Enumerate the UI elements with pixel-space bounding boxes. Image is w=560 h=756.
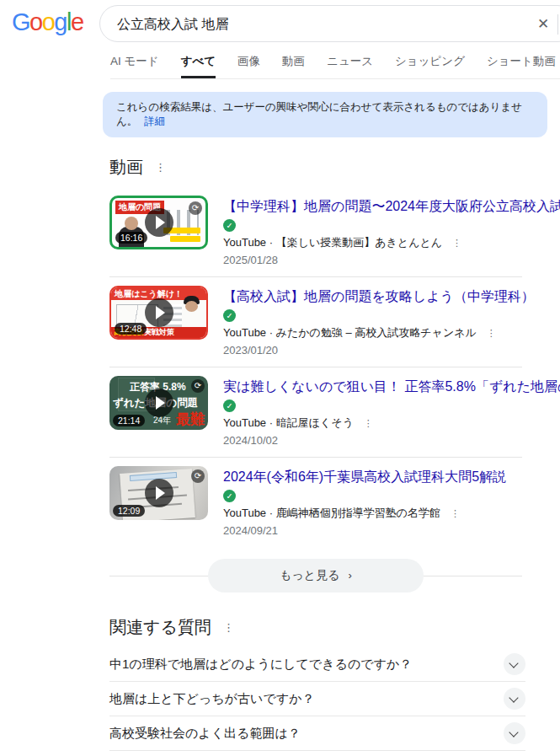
- more-options-icon[interactable]: ⋮: [223, 622, 234, 633]
- related-question[interactable]: 中学校の理科でつまずきやすい単元は？: [109, 751, 525, 756]
- video-results-list: 地層の問題 ⟳ 16:16 【中学理科】地層の問題〜2024年度大阪府公立高校入…: [109, 187, 522, 547]
- thumbnail-caption-bar: [170, 236, 200, 242]
- play-icon: [145, 208, 173, 237]
- thumbnail-presenter-head: [125, 217, 138, 230]
- expand-question-button[interactable]: [504, 688, 525, 710]
- tab-videos[interactable]: 動画: [282, 49, 305, 78]
- video-thumbnail[interactable]: 地層の問題 ⟳ 16:16: [109, 196, 208, 249]
- video-duration-badge: 12:48: [115, 323, 147, 335]
- preview-loop-icon: ⟳: [191, 469, 205, 483]
- video-source[interactable]: YouTube · 【楽しい授業動画】あきとんとん: [223, 235, 442, 250]
- video-duration-badge: 12:09: [113, 505, 145, 517]
- video-date: 2024/10/02: [223, 434, 560, 447]
- verified-check-icon: ✓: [223, 399, 236, 412]
- clear-search-button[interactable]: ✕: [533, 14, 553, 35]
- personalization-notice-banner: これらの検索結果は、ユーザーの興味や関心に合わせて表示されるものではありません。…: [103, 92, 547, 137]
- thumbnail-caption: 最難: [176, 410, 205, 429]
- more-options-icon[interactable]: ⋮: [452, 239, 461, 248]
- thumbnail-caption-part: 実戦対策: [144, 328, 174, 336]
- question-text: 高校受験社会のよく出る範囲は？: [109, 726, 301, 742]
- video-source[interactable]: YouTube · みたかの勉強 – 高校入試攻略チャンネル: [223, 325, 477, 340]
- more-options-icon[interactable]: ⋮: [487, 329, 496, 338]
- more-videos-row: もっと見る›: [109, 559, 522, 594]
- search-header: Google 公立高校入試 地層 ✕: [0, 0, 560, 47]
- video-thumbnail[interactable]: 地層はこう解け！ 高校受験実戦対策 12:48: [109, 286, 208, 340]
- more-videos-label: もっと見る: [280, 568, 339, 582]
- video-title-link[interactable]: 【中学理科】地層の問題〜2024年度大阪府公立高校入試 ...: [223, 197, 560, 215]
- result-type-tabs: AI モード すべて 画像 動画 ニュース ショッピング ショート動画 もっと見…: [110, 49, 560, 79]
- question-text: 中1の理科で地層はどのようにしてできるのですか？: [109, 657, 412, 673]
- logo-letter: g: [54, 8, 67, 36]
- video-title-link[interactable]: 実は難しくないので狙い目！ 正答率5.8%「ずれた地層の問題 ...: [223, 378, 560, 395]
- video-result: 地層はこう解け！ 高校受験実戦対策 12:48 【高校入試】地層の問題を攻略しよ…: [109, 277, 522, 367]
- video-result: ⟳ 12:09 2024年(令和6年)千葉県高校入試理科大問5解説 ✓ YouT…: [109, 458, 522, 547]
- related-questions-list: 中1の理科で地層はどのようにしてできるのですか？ 地層は上と下どっちが古いですか…: [109, 647, 525, 756]
- preview-loop-icon: ⟳: [191, 379, 205, 393]
- video-source[interactable]: YouTube · 暗記屋ほくそう: [223, 416, 354, 431]
- logo-letter: G: [12, 8, 29, 36]
- video-thumbnail[interactable]: 正答率 5.8% ずれた地層の問題 24年 最難 ⟳ 21:14: [109, 376, 208, 430]
- logo-letter: e: [71, 8, 83, 36]
- expand-question-button[interactable]: [504, 653, 525, 675]
- video-thumbnail[interactable]: ⟳ 12:09: [109, 466, 208, 520]
- videos-section-title: 動画: [109, 156, 143, 179]
- logo-letter: o: [29, 8, 42, 36]
- tab-short-videos[interactable]: ショート動画: [487, 49, 556, 78]
- notice-text: これらの検索結果は、ユーザーの興味や関心に合わせて表示されるものではありません。: [116, 101, 522, 127]
- video-duration-badge: 16:16: [115, 232, 147, 244]
- notice-detail-link[interactable]: 詳細: [144, 115, 165, 127]
- logo-letter: o: [42, 8, 55, 36]
- play-icon: [145, 479, 173, 507]
- google-logo[interactable]: Google: [12, 8, 83, 36]
- video-title-link[interactable]: 2024年(令和6年)千葉県高校入試理科大問5解説: [223, 468, 506, 485]
- tab-ai-mode[interactable]: AI モード: [110, 49, 159, 78]
- chevron-right-icon: ›: [348, 569, 351, 582]
- video-duration-badge: 21:14: [113, 415, 145, 426]
- related-questions-title: 関連する質問: [109, 616, 211, 639]
- video-result: 地層の問題 ⟳ 16:16 【中学理科】地層の問題〜2024年度大阪府公立高校入…: [109, 187, 522, 277]
- searchbox-divider: [557, 14, 558, 35]
- video-result: 正答率 5.8% ずれた地層の問題 24年 最難 ⟳ 21:14 実は難しくない…: [109, 367, 522, 458]
- video-source[interactable]: YouTube · 鹿嶋神栖個別指導学習塾の名学館: [223, 506, 440, 521]
- search-box[interactable]: 公立高校入試 地層 ✕: [99, 5, 560, 42]
- play-icon: [145, 389, 173, 417]
- related-question[interactable]: 高校受験社会のよく出る範囲は？: [109, 716, 525, 751]
- play-icon: [145, 298, 173, 327]
- question-text: 地層は上と下どっちが古いですか？: [109, 691, 315, 707]
- more-options-icon[interactable]: ⋮: [451, 509, 460, 518]
- preview-loop-icon: ⟳: [189, 201, 202, 215]
- verified-check-icon: ✓: [223, 219, 236, 232]
- more-options-icon[interactable]: ⋮: [155, 162, 166, 173]
- verified-check-icon: ✓: [223, 309, 236, 322]
- related-question[interactable]: 地層は上と下どっちが古いですか？: [109, 682, 525, 716]
- tab-images[interactable]: 画像: [237, 49, 260, 78]
- expand-question-button[interactable]: [504, 722, 525, 744]
- more-options-icon[interactable]: ⋮: [364, 419, 373, 428]
- related-question[interactable]: 中1の理科で地層はどのようにしてできるのですか？: [109, 647, 525, 682]
- video-title-link[interactable]: 【高校入試】地層の問題を攻略しよう（中学理科）: [223, 287, 535, 305]
- close-icon: ✕: [537, 16, 549, 32]
- tab-shopping[interactable]: ショッピング: [395, 49, 465, 78]
- video-date: 2024/09/21: [223, 524, 506, 537]
- search-input[interactable]: 公立高校入試 地層: [117, 16, 228, 34]
- video-date: 2023/01/20: [223, 344, 535, 357]
- video-date: 2025/01/28: [223, 254, 560, 266]
- tab-news[interactable]: ニュース: [327, 49, 373, 78]
- verified-check-icon: ✓: [223, 490, 236, 502]
- more-videos-button[interactable]: もっと見る›: [208, 559, 424, 592]
- tab-all[interactable]: すべて: [181, 49, 216, 78]
- thumbnail-presenter-head: [185, 301, 198, 312]
